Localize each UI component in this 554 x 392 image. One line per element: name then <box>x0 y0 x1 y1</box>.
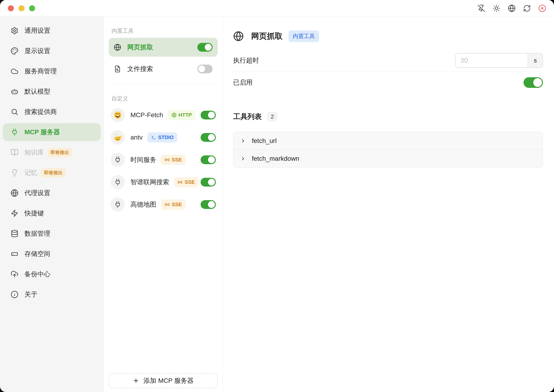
refresh-icon[interactable] <box>523 4 531 12</box>
mcp-server-list-panel: 内置工具 网页抓取 文件搜索 <box>104 17 223 392</box>
timeout-label: 执行超时 <box>233 56 259 65</box>
close-traffic-button[interactable] <box>8 5 14 11</box>
search-icon <box>11 108 18 116</box>
zoom-traffic-button[interactable] <box>29 5 35 11</box>
server-name: MCP-Fetch <box>130 111 163 119</box>
server-enabled-toggle[interactable] <box>201 200 216 209</box>
plug-avatar <box>111 153 125 167</box>
globe-icon <box>172 112 177 118</box>
timeout-input-group: s <box>455 53 543 68</box>
terminal-icon <box>151 135 156 140</box>
sidebar-item-storage[interactable]: 存储空间 <box>3 245 101 263</box>
sidebar-item-search-provider[interactable]: 搜索提供商 <box>3 103 101 121</box>
sidebar-item-default-model[interactable]: 默认模型 <box>3 83 101 101</box>
page-title: 网页抓取 <box>251 31 282 42</box>
sidebar-item-shortcuts[interactable]: 快捷键 <box>3 204 101 222</box>
server-enabled-toggle[interactable] <box>197 64 213 73</box>
server-name: 文件搜索 <box>127 64 153 73</box>
server-item-time-service[interactable]: 时间服务 SSE <box>109 150 218 169</box>
bandage-emoji-avatar <box>111 130 125 145</box>
coming-soon-badge: 即将推出 <box>41 168 65 178</box>
server-enabled-toggle[interactable] <box>197 43 213 52</box>
sidebar-item-label: 代理设置 <box>24 189 50 197</box>
globe-icon <box>233 31 244 42</box>
book-open-icon <box>11 148 18 156</box>
sidebar-item-label: 显示设置 <box>24 47 50 55</box>
sidebar-item-label: 服务商管理 <box>24 67 57 76</box>
server-item-file-search[interactable]: 文件搜索 <box>109 59 218 78</box>
pin-off-icon[interactable] <box>477 4 485 12</box>
sidebar-item-backup[interactable]: 备份中心 <box>3 265 101 283</box>
sidebar-item-label: 记忆 <box>24 168 37 177</box>
language-globe-icon[interactable] <box>508 4 516 12</box>
sidebar-item-data[interactable]: 数据管理 <box>3 224 101 243</box>
tool-row-fetch-markdown[interactable]: fetch_markdown <box>233 150 543 168</box>
coming-soon-badge: 即将推出 <box>48 148 72 157</box>
sidebar-item-label: 通用设置 <box>24 26 50 35</box>
cloud-upload-icon <box>11 270 18 278</box>
tool-name: fetch_markdown <box>252 155 299 162</box>
server-item-zhipu-search[interactable]: 智谱联网搜索 SSE <box>109 173 218 192</box>
tool-row-fetch-url[interactable]: fetch_url <box>233 132 543 150</box>
chevron-right-icon <box>240 156 246 161</box>
file-search-icon <box>114 65 121 73</box>
transport-badge-sse: SSE <box>174 177 199 187</box>
timeout-input[interactable] <box>456 54 528 67</box>
sidebar-item-mcp-servers[interactable]: MCP 服务器 <box>3 123 101 141</box>
palette-icon <box>11 47 18 55</box>
add-mcp-server-button[interactable]: 添加 MCP 服务器 <box>109 373 218 388</box>
server-enabled-toggle[interactable] <box>201 178 216 187</box>
enabled-toggle[interactable] <box>524 77 543 88</box>
radio-icon <box>165 157 170 162</box>
transport-badge-sse: SSE <box>161 199 186 210</box>
sidebar-item-label: MCP 服务器 <box>24 128 60 137</box>
sidebar-item-proxy[interactable]: 代理设置 <box>3 184 101 202</box>
cloud-icon <box>11 67 18 75</box>
server-enabled-toggle[interactable] <box>201 155 216 164</box>
database-icon <box>11 230 18 238</box>
close-window-icon[interactable] <box>538 4 546 12</box>
server-name: antv <box>130 134 143 141</box>
tool-name: fetch_url <box>252 137 277 145</box>
radio-icon <box>165 202 170 207</box>
sidebar-item-knowledge-base[interactable]: 知识库 即将推出 <box>3 143 101 161</box>
globe-icon <box>114 44 121 51</box>
hard-drive-icon <box>11 250 18 258</box>
server-item-web-fetch[interactable]: 网页抓取 <box>109 38 218 57</box>
server-enabled-toggle[interactable] <box>201 133 216 142</box>
builtin-tool-badge: 内置工具 <box>288 30 319 42</box>
sidebar-item-label: 存储空间 <box>24 250 50 258</box>
tools-accordion: fetch_url fetch_markdown <box>233 132 543 168</box>
timeout-unit: s <box>528 54 542 67</box>
tools-title: 工具列表 <box>233 112 262 121</box>
info-icon <box>11 291 18 298</box>
grin-emoji-avatar <box>111 108 125 122</box>
sidebar-item-providers[interactable]: 服务商管理 <box>3 62 101 80</box>
detail-header: 网页抓取 内置工具 <box>233 30 543 42</box>
sidebar-item-general[interactable]: 通用设置 <box>3 22 101 40</box>
sidebar-item-about[interactable]: 关于 <box>3 286 101 303</box>
lightbulb-icon <box>11 169 18 177</box>
sidebar-item-label: 快捷键 <box>24 209 44 218</box>
server-item-mcp-fetch[interactable]: MCP-Fetch HTTP <box>109 106 218 125</box>
bot-icon <box>11 88 18 95</box>
server-item-amap[interactable]: 高德地图 SSE <box>109 195 218 214</box>
plug-icon <box>11 128 18 136</box>
theme-sun-icon[interactable] <box>493 4 500 12</box>
sidebar-item-display[interactable]: 显示设置 <box>3 42 101 60</box>
minimize-traffic-button[interactable] <box>18 5 24 11</box>
settings-window: 通用设置 显示设置 服务商管理 <box>0 0 554 392</box>
sidebar-item-label: 搜索提供商 <box>24 107 57 116</box>
sidebar-item-memory[interactable]: 记忆 即将推出 <box>3 164 101 182</box>
titlebar-actions <box>477 4 546 12</box>
transport-badge-sse: SSE <box>161 155 186 165</box>
builtin-section-label: 内置工具 <box>111 27 218 35</box>
chevron-right-icon <box>240 138 246 144</box>
sidebar-item-label: 关于 <box>24 290 37 299</box>
server-enabled-toggle[interactable] <box>201 111 216 119</box>
plug-avatar <box>111 197 125 212</box>
server-item-antv[interactable]: antv STDIO <box>109 128 218 147</box>
globe-icon <box>11 189 18 197</box>
plug-avatar <box>111 175 125 189</box>
transport-badge-http: HTTP <box>168 110 195 120</box>
